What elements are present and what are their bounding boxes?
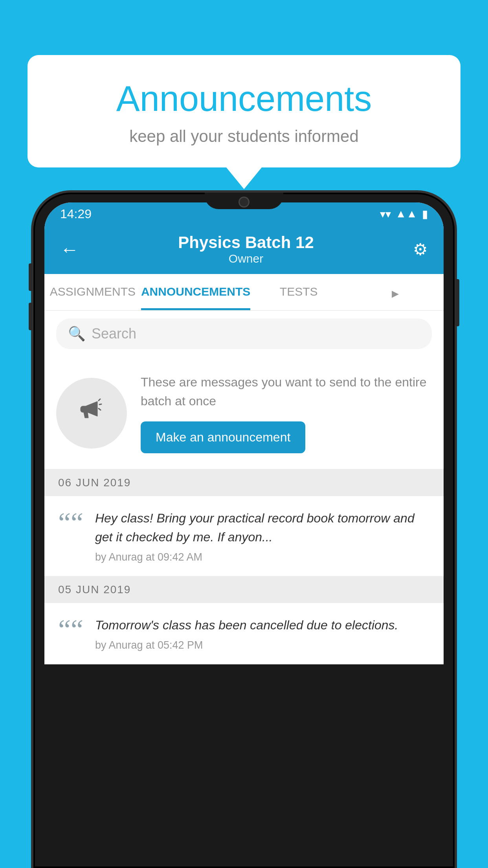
svg-line-2 [99, 408, 101, 410]
tab-more[interactable]: ▸ [347, 274, 444, 310]
announcement-text-2: Tomorrow's class has been cancelled due … [95, 616, 430, 634]
quote-icon-2: ““ [58, 619, 83, 642]
quote-icon-1: ““ [58, 512, 83, 535]
search-bar: 🔍 Search [44, 311, 444, 357]
speech-bubble: Announcements keep all your students inf… [28, 55, 460, 167]
empty-state: These are messages you want to send to t… [44, 357, 444, 469]
wifi-icon: ▾▾ [380, 208, 391, 221]
tab-announcements[interactable]: ANNOUNCEMENTS [141, 274, 250, 310]
speech-bubble-arrow [226, 167, 262, 189]
search-placeholder: Search [92, 326, 136, 342]
announcement-item-2[interactable]: ““ Tomorrow's class has been cancelled d… [44, 603, 444, 664]
phone-camera [238, 197, 250, 208]
svg-line-0 [99, 399, 100, 401]
phone-inner: 14:29 ▾▾ ▲▲ ▮ ← Physics Batch 12 Owner ⚙… [44, 202, 444, 664]
phone-notch [205, 193, 283, 209]
back-button[interactable]: ← [60, 239, 79, 260]
megaphone-icon [76, 394, 107, 432]
make-announcement-button[interactable]: Make an announcement [141, 421, 305, 453]
empty-state-description: These are messages you want to send to t… [141, 373, 432, 410]
speech-bubble-title: Announcements [59, 79, 429, 119]
phone-side-btn-volume-down [29, 303, 33, 330]
announcement-content-2: Tomorrow's class has been cancelled due … [95, 616, 430, 651]
announcement-text-1: Hey class! Bring your practical record b… [95, 509, 430, 546]
status-icons: ▾▾ ▲▲ ▮ [380, 208, 428, 221]
status-time: 14:29 [60, 207, 92, 221]
battery-icon: ▮ [422, 208, 428, 221]
speech-bubble-container: Announcements keep all your students inf… [28, 55, 460, 189]
header-subtitle: Owner [79, 252, 413, 265]
signal-icon: ▲▲ [396, 208, 417, 220]
tab-tests[interactable]: TESTS [250, 274, 347, 310]
tab-bar: ASSIGNMENTS ANNOUNCEMENTS TESTS ▸ [44, 274, 444, 311]
date-separator-2: 05 JUN 2019 [44, 576, 444, 603]
announcement-meta-2: by Anurag at 05:42 PM [95, 639, 430, 651]
empty-state-text: These are messages you want to send to t… [141, 373, 432, 453]
date-separator-1: 06 JUN 2019 [44, 469, 444, 496]
search-input-container[interactable]: 🔍 Search [56, 318, 432, 349]
svg-line-1 [99, 404, 101, 405]
announcement-item-1[interactable]: ““ Hey class! Bring your practical recor… [44, 496, 444, 576]
header-title: Physics Batch 12 [79, 233, 413, 252]
announcement-meta-1: by Anurag at 09:42 AM [95, 551, 430, 563]
phone-content: 🔍 Search Thes [44, 311, 444, 664]
search-icon: 🔍 [68, 326, 86, 342]
settings-button[interactable]: ⚙ [413, 240, 428, 259]
announcement-content-1: Hey class! Bring your practical record b… [95, 509, 430, 563]
speech-bubble-subtitle: keep all your students informed [59, 127, 429, 146]
empty-icon-circle [56, 378, 127, 449]
header-title-container: Physics Batch 12 Owner [79, 233, 413, 265]
app-header: ← Physics Batch 12 Owner ⚙ [44, 225, 444, 274]
phone-side-btn-power [455, 279, 459, 326]
tab-assignments[interactable]: ASSIGNMENTS [44, 274, 141, 310]
phone-frame: 14:29 ▾▾ ▲▲ ▮ ← Physics Batch 12 Owner ⚙… [33, 193, 455, 868]
phone-side-btn-volume-up [29, 263, 33, 291]
